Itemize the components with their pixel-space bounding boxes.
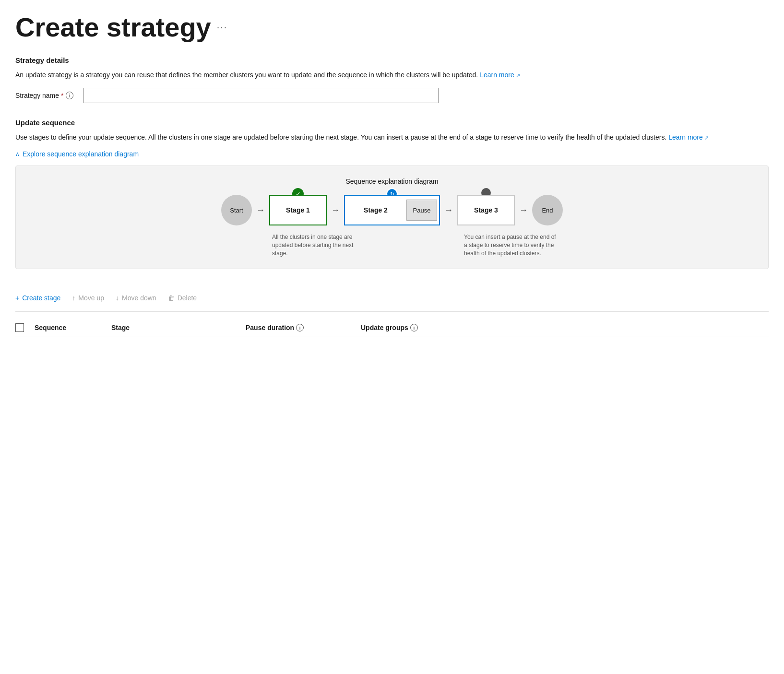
stage3-node: Stage 3 <box>457 195 515 225</box>
diagram-title: Sequence explanation diagram <box>31 177 753 185</box>
update-sequence-title: Update sequence <box>15 118 769 127</box>
pause-duration-info-icon[interactable]: i <box>296 324 304 331</box>
table-header-update: Update groups i <box>361 324 769 331</box>
end-node: End <box>532 195 563 225</box>
stage1-box: Stage 1 <box>269 195 327 225</box>
arrow-4: → <box>515 205 532 215</box>
stage3-box: Stage 3 <box>457 195 515 225</box>
stage2-node: ↻ Stage 2 Pause <box>344 195 440 225</box>
move-down-button[interactable]: ↓ Move down <box>116 292 156 304</box>
strategy-details-title: Strategy details <box>15 56 769 64</box>
required-indicator: * <box>61 92 63 99</box>
strategy-name-row: Strategy name * i <box>15 88 769 103</box>
update-sequence-learn-more-link[interactable]: Learn more↗ <box>668 133 709 141</box>
table-header-stage: Stage <box>111 324 246 331</box>
annotation-1: All the clusters in one stage are update… <box>272 233 368 257</box>
table-header-sequence: Sequence <box>35 324 111 331</box>
page-title-ellipsis[interactable]: ··· <box>217 22 228 33</box>
stage2-label: Stage 2 <box>345 206 406 214</box>
end-circle: End <box>532 195 563 225</box>
delete-button[interactable]: 🗑 Delete <box>168 292 197 304</box>
table-header: Sequence Stage Pause duration i Update g… <box>15 319 769 336</box>
arrow-3: → <box>440 205 457 215</box>
strategy-description: An update strategy is a strategy you can… <box>15 70 769 80</box>
chevron-up-icon: ∧ <box>15 151 20 157</box>
update-groups-info-icon[interactable]: i <box>410 324 418 331</box>
table-header-pause: Pause duration i <box>246 324 361 331</box>
page-title: Create strategy <box>15 12 211 43</box>
stage-toolbar: + Create stage ↑ Move up ↓ Move down 🗑 D… <box>15 284 769 312</box>
header-checkbox[interactable] <box>15 323 24 332</box>
explore-diagram-toggle[interactable]: ∧ Explore sequence explanation diagram <box>15 150 769 158</box>
start-node: Start <box>221 195 252 225</box>
annotation-2: You can insert a pause at the end of a s… <box>464 233 560 257</box>
external-link-icon-2: ↗ <box>704 134 709 142</box>
trash-icon: 🗑 <box>168 294 175 302</box>
arrow-down-icon: ↓ <box>116 294 119 302</box>
strategy-name-info-icon[interactable]: i <box>66 92 73 99</box>
stage2-inner: Stage 2 Pause <box>344 195 440 225</box>
pause-box: Pause <box>406 200 437 221</box>
arrow-1: → <box>252 205 269 215</box>
move-up-button[interactable]: ↑ Move up <box>72 292 104 304</box>
strategy-learn-more-link[interactable]: Learn more↗ <box>480 71 520 79</box>
update-sequence-section: Update sequence Use stages to define you… <box>15 118 769 336</box>
external-link-icon: ↗ <box>516 71 520 80</box>
stage1-node: ✓ Stage 1 <box>269 195 327 225</box>
table-header-check <box>15 323 35 332</box>
strategy-name-input[interactable] <box>83 88 439 103</box>
arrow-up-icon: ↑ <box>72 294 75 302</box>
plus-icon: + <box>15 294 19 302</box>
update-sequence-description: Use stages to define your update sequenc… <box>15 132 769 142</box>
create-stage-button[interactable]: + Create stage <box>15 292 60 304</box>
diagram-container: Sequence explanation diagram Start → ✓ S… <box>15 166 769 269</box>
strategy-details-section: Strategy details An update strategy is a… <box>15 56 769 103</box>
diagram-annotations: All the clusters in one stage are update… <box>31 233 753 257</box>
start-circle: Start <box>221 195 252 225</box>
arrow-2: → <box>327 205 344 215</box>
strategy-name-label: Strategy name * i <box>15 92 78 99</box>
page-title-container: Create strategy ··· <box>15 12 769 43</box>
diagram-flow: Start → ✓ Stage 1 → ↻ <box>31 195 753 225</box>
